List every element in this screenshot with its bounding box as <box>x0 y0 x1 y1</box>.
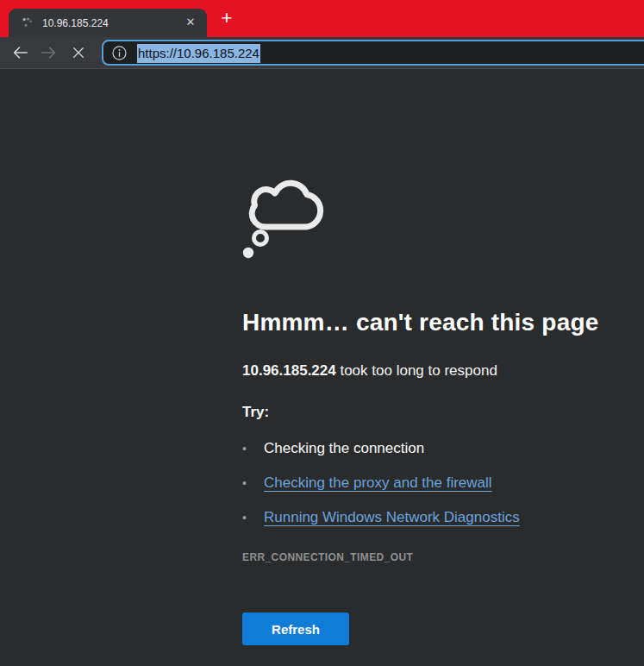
link-checking-proxy-firewall[interactable]: Checking the proxy and the firewall <box>264 474 492 492</box>
error-heading: Hmmm… can't reach this page <box>242 309 644 336</box>
list-item: Running Windows Network Diagnostics <box>242 500 644 535</box>
error-subtitle: 10.96.185.224 took too long to respond <box>242 362 644 380</box>
back-arrow-icon <box>10 43 29 62</box>
site-info-button[interactable] <box>109 42 129 63</box>
loading-spinner-icon <box>19 16 34 31</box>
bullet-dot <box>242 477 264 489</box>
tab-close-icon[interactable]: ✕ <box>183 16 198 31</box>
bullet-dot <box>242 512 264 524</box>
url-selected-text: https://10.96.185.224 <box>137 44 260 63</box>
url-input[interactable]: https://10.96.185.224 <box>137 46 260 60</box>
back-button[interactable] <box>5 40 34 66</box>
suggestion-list: Checking the connection Checking the pro… <box>242 431 644 535</box>
refresh-button[interactable]: Refresh <box>242 613 349 645</box>
suggestion-check-connection: Checking the connection <box>264 440 424 457</box>
bullet-dot <box>242 443 264 455</box>
link-windows-network-diagnostics[interactable]: Running Windows Network Diagnostics <box>264 509 520 526</box>
new-tab-button[interactable]: + <box>216 7 238 29</box>
error-code: ERR_CONNECTION_TIMED_OUT <box>242 551 644 563</box>
stop-icon <box>71 45 86 60</box>
navigation-toolbar: https://10.96.185.224 <box>0 37 644 69</box>
list-item: Checking the connection <box>242 431 644 466</box>
list-item: Checking the proxy and the firewall <box>242 466 644 500</box>
stop-button[interactable] <box>64 40 93 66</box>
forward-arrow-icon <box>40 43 59 62</box>
error-host: 10.96.185.224 <box>242 362 336 379</box>
error-subtitle-rest: took too long to respond <box>336 362 497 379</box>
thought-bubble-cloud-icon <box>242 173 328 261</box>
try-label: Try: <box>242 404 644 421</box>
titlebar: 10.96.185.224 ✕ + <box>0 0 644 37</box>
address-bar[interactable]: https://10.96.185.224 <box>102 40 644 66</box>
browser-tab[interactable]: 10.96.185.224 ✕ <box>9 9 207 37</box>
error-page: Hmmm… can't reach this page 10.96.185.22… <box>0 173 644 666</box>
info-icon <box>110 44 128 62</box>
tab-title: 10.96.185.224 <box>42 17 183 29</box>
forward-button[interactable] <box>34 40 64 66</box>
